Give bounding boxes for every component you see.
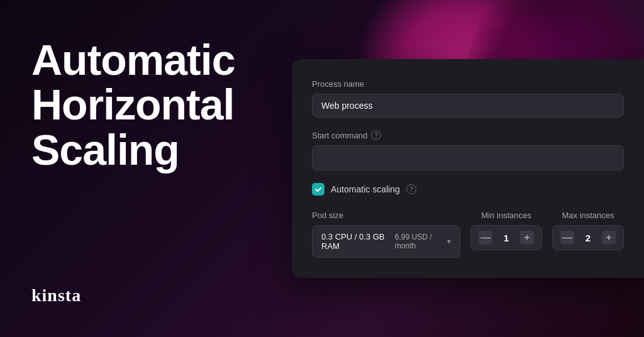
checkmark-icon bbox=[314, 185, 322, 193]
pod-price: 6.99 USD / month bbox=[395, 233, 442, 250]
process-name-label: Process name bbox=[312, 79, 624, 89]
max-instances-group: Max instances — 2 + bbox=[552, 211, 624, 250]
start-command-help-icon[interactable]: ? bbox=[371, 130, 381, 140]
pod-info: 0.3 CPU / 0.3 GB RAM 6.99 USD / month bbox=[321, 232, 442, 251]
min-instances-increment-button[interactable]: + bbox=[520, 231, 534, 245]
pod-size-group: Pod size 0.3 CPU / 0.3 GB RAM 6.99 USD /… bbox=[312, 211, 460, 258]
start-command-label-text: Start command bbox=[312, 131, 367, 140]
right-panel: Process name Start command ? Automatic s… bbox=[279, 0, 644, 337]
bottom-row: Pod size 0.3 CPU / 0.3 GB RAM 6.99 USD /… bbox=[312, 211, 624, 258]
max-instances-label: Max instances bbox=[562, 211, 614, 220]
min-instances-value: 1 bbox=[500, 233, 513, 243]
automatic-scaling-row: Automatic scaling ? bbox=[312, 183, 624, 196]
max-instances-increment-button[interactable]: + bbox=[602, 231, 616, 245]
automatic-scaling-checkbox[interactable] bbox=[312, 183, 325, 196]
max-instances-decrement-button[interactable]: — bbox=[560, 231, 574, 245]
automatic-scaling-help-icon[interactable]: ? bbox=[406, 184, 416, 194]
headline-line-2: Horizontal bbox=[31, 80, 234, 128]
pod-size-dropdown[interactable]: 0.3 CPU / 0.3 GB RAM 6.99 USD / month ▾ bbox=[312, 225, 460, 258]
dropdown-arrow-icon: ▾ bbox=[447, 237, 451, 246]
config-card: Process name Start command ? Automatic s… bbox=[292, 59, 644, 278]
min-instances-group: Min instances — 1 + bbox=[470, 211, 542, 250]
start-command-field: Start command ? bbox=[312, 130, 624, 170]
min-instances-decrement-button[interactable]: — bbox=[479, 231, 492, 245]
headline-line-1: Automatic bbox=[31, 36, 235, 84]
process-name-label-text: Process name bbox=[312, 79, 364, 89]
process-name-input[interactable] bbox=[312, 94, 624, 118]
process-name-field: Process name bbox=[312, 79, 624, 118]
automatic-scaling-label: Automatic scaling bbox=[331, 184, 400, 194]
pod-size-label: Pod size bbox=[312, 211, 460, 220]
logo: kinsta bbox=[31, 285, 258, 306]
start-command-input-area[interactable] bbox=[312, 145, 624, 170]
headline: Automatic Horizontal Scaling bbox=[31, 38, 258, 172]
pod-cpu-ram: 0.3 CPU / 0.3 GB RAM bbox=[321, 232, 387, 251]
headline-text: Automatic Horizontal Scaling bbox=[31, 38, 258, 172]
start-command-label: Start command ? bbox=[312, 130, 624, 140]
left-panel: Automatic Horizontal Scaling kinsta bbox=[0, 0, 289, 337]
min-instances-label: Min instances bbox=[481, 211, 531, 220]
max-instances-value: 2 bbox=[582, 233, 594, 243]
max-instances-stepper: — 2 + bbox=[552, 225, 624, 250]
headline-line-3: Scaling bbox=[31, 126, 179, 174]
min-instances-stepper: — 1 + bbox=[470, 225, 542, 250]
